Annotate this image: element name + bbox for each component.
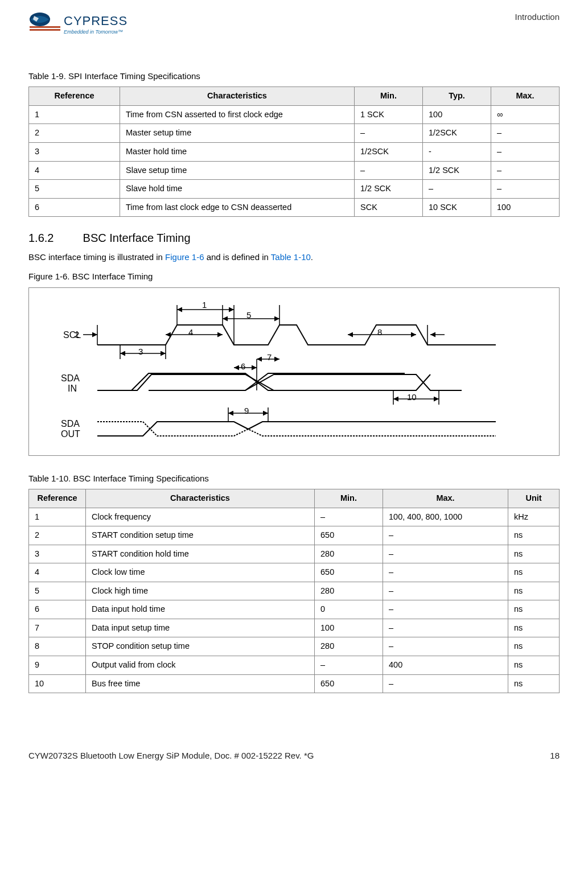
table-cell: – bbox=[383, 637, 508, 656]
intro-post: . bbox=[311, 252, 313, 262]
table-cell: – bbox=[491, 142, 560, 161]
th-reference: Reference bbox=[29, 489, 86, 508]
subsection-number: 1.6.2 bbox=[28, 230, 80, 246]
table-cell: ns bbox=[508, 582, 560, 600]
table-1-10-caption: Table 1-10. BSC Interface Timing Specifi… bbox=[28, 473, 560, 484]
table-cell: Time from CSN asserted to first clock ed… bbox=[120, 105, 355, 124]
table-cell: 280 bbox=[315, 582, 383, 600]
table-cell: – bbox=[355, 124, 423, 143]
table-cell: – bbox=[315, 508, 383, 526]
table-cell: ns bbox=[508, 563, 560, 582]
subsection-intro: BSC interface timing is illustrated in F… bbox=[28, 252, 560, 263]
table-row: 3START condition hold time280–ns bbox=[29, 545, 560, 563]
sda-in-label-2: IN bbox=[68, 382, 77, 395]
table-cell: Bus free time bbox=[86, 674, 315, 693]
table-cell: – bbox=[491, 124, 560, 143]
marker-4: 4 bbox=[188, 327, 193, 338]
table-row: 7Data input setup time100–ns bbox=[29, 619, 560, 637]
table-cell: 1 bbox=[29, 508, 86, 526]
table-cell: ns bbox=[508, 545, 560, 563]
table-cell: ns bbox=[508, 674, 560, 693]
table-cell: Output valid from clock bbox=[86, 656, 315, 675]
table-cell: ns bbox=[508, 619, 560, 637]
table-cell: Data input setup time bbox=[86, 619, 315, 637]
marker-7: 7 bbox=[267, 352, 272, 363]
table-cell: 4 bbox=[29, 563, 86, 582]
table-row: 1Clock frequency–100, 400, 800, 1000kHz bbox=[29, 508, 560, 526]
figure-1-6-caption: Figure 1-6. BSC Interface Timing bbox=[28, 271, 560, 282]
table-cell: – bbox=[383, 674, 508, 693]
table-1-9: Reference Characteristics Min. Typ. Max.… bbox=[28, 87, 560, 217]
table-cell: Clock frequency bbox=[86, 508, 315, 526]
marker-8: 8 bbox=[377, 327, 382, 338]
table-row: 4Slave setup time–1/2 SCK– bbox=[29, 161, 560, 180]
table-cell: 6 bbox=[29, 198, 120, 217]
marker-2: 2 bbox=[75, 329, 79, 340]
brand-logo: CYPRESS Embedded in Tomorrow™ bbox=[28, 11, 128, 36]
table-row: 9Output valid from clock–400ns bbox=[29, 656, 560, 675]
table-row: 4Clock low time650–ns bbox=[29, 563, 560, 582]
brand-tagline: Embedded in Tomorrow™ bbox=[64, 28, 128, 35]
table-cell: Time from last clock edge to CSN deasser… bbox=[120, 198, 355, 217]
timing-diagram: SCL SDA IN SDA OUT 1 2 3 4 5 6 7 8 9 10 bbox=[40, 299, 548, 447]
table-cell: 280 bbox=[315, 545, 383, 563]
table-cell: Slave setup time bbox=[120, 161, 355, 180]
table-cell: 5 bbox=[29, 180, 120, 199]
table-cell: 6 bbox=[29, 600, 86, 619]
table-cell: 2 bbox=[29, 124, 120, 143]
table-cell: 1 bbox=[29, 105, 120, 124]
table-cell: – bbox=[423, 180, 491, 199]
table-cell: Slave hold time bbox=[120, 180, 355, 199]
table-row: 2START condition setup time650–ns bbox=[29, 526, 560, 545]
table-cell: Data input hold time bbox=[86, 600, 315, 619]
table-cell: ns bbox=[508, 526, 560, 545]
figure-1-6-link[interactable]: Figure 1-6 bbox=[165, 252, 204, 262]
table-cell: - bbox=[423, 142, 491, 161]
th-typ: Typ. bbox=[423, 87, 491, 106]
table-cell: 1 SCK bbox=[355, 105, 423, 124]
table-cell: 8 bbox=[29, 637, 86, 656]
marker-6: 6 bbox=[241, 361, 245, 372]
table-cell: ns bbox=[508, 600, 560, 619]
marker-3: 3 bbox=[138, 346, 143, 357]
page-footer: CYW20732S Bluetooth Low Energy SiP Modul… bbox=[28, 750, 560, 761]
table-cell: 400 bbox=[383, 656, 508, 675]
table-1-10-link[interactable]: Table 1-10 bbox=[271, 252, 311, 262]
marker-1: 1 bbox=[202, 299, 207, 311]
th-unit: Unit bbox=[508, 489, 560, 508]
sda-out-label-2: OUT bbox=[61, 428, 80, 440]
table-header-row: Reference Characteristics Min. Max. Unit bbox=[29, 489, 560, 508]
footer-page: 18 bbox=[550, 750, 560, 761]
th-min: Min. bbox=[355, 87, 423, 106]
table-row: 5Clock high time280–ns bbox=[29, 582, 560, 600]
intro-mid: and is defined in bbox=[204, 252, 270, 262]
table-cell: 1/2 SCK bbox=[423, 161, 491, 180]
table-cell: 4 bbox=[29, 161, 120, 180]
table-cell: – bbox=[491, 180, 560, 199]
globe-icon bbox=[28, 11, 61, 36]
table-cell: 100 bbox=[423, 105, 491, 124]
table-header-row: Reference Characteristics Min. Typ. Max. bbox=[29, 87, 560, 106]
table-cell: – bbox=[383, 619, 508, 637]
table-cell: 100 bbox=[315, 619, 383, 637]
brand-text: CYPRESS Embedded in Tomorrow™ bbox=[64, 13, 128, 35]
table-cell: 1/2SCK bbox=[355, 142, 423, 161]
table-cell: – bbox=[383, 582, 508, 600]
table-cell: 2 bbox=[29, 526, 86, 545]
th-characteristics: Characteristics bbox=[120, 87, 355, 106]
table-cell: 1/2SCK bbox=[423, 124, 491, 143]
table-cell: 280 bbox=[315, 637, 383, 656]
table-1-10: Reference Characteristics Min. Max. Unit… bbox=[28, 489, 560, 693]
table-cell: – bbox=[491, 161, 560, 180]
table-cell: ∞ bbox=[491, 105, 560, 124]
table-row: 6Data input hold time0–ns bbox=[29, 600, 560, 619]
table-cell: 3 bbox=[29, 545, 86, 563]
table-row: 10Bus free time650–ns bbox=[29, 674, 560, 693]
svg-rect-1 bbox=[30, 26, 60, 28]
table-1-9-caption: Table 1-9. SPI Interface Timing Specific… bbox=[28, 71, 560, 82]
table-cell: 100, 400, 800, 1000 bbox=[383, 508, 508, 526]
table-row: 8STOP condition setup time280–ns bbox=[29, 637, 560, 656]
th-characteristics: Characteristics bbox=[86, 489, 315, 508]
table-cell: STOP condition setup time bbox=[86, 637, 315, 656]
table-row: 6Time from last clock edge to CSN deasse… bbox=[29, 198, 560, 217]
